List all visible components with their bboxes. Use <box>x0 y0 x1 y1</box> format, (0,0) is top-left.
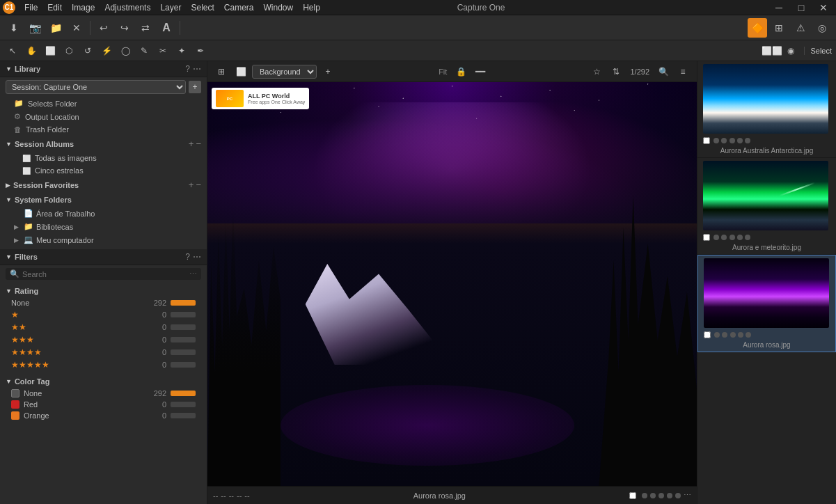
open-button[interactable]: 📁 <box>46 18 65 38</box>
add-variant-button[interactable]: + <box>320 63 336 80</box>
import-button[interactable]: ⬇ <box>4 18 24 38</box>
trash-folder-item[interactable]: 🗑 Trash Folder <box>0 123 207 136</box>
menu-adjustments[interactable]: Adjustments <box>100 0 155 15</box>
menu-file[interactable]: File <box>19 0 42 15</box>
viewer-dot-3[interactable] <box>658 493 664 498</box>
menu-layer[interactable]: Layer <box>155 0 186 15</box>
pan-tool[interactable]: ✋ <box>23 42 40 59</box>
alert-button[interactable]: ⚠ <box>791 18 810 38</box>
library-section-header[interactable]: Library ? ⋯ <box>0 61 207 77</box>
camera-button[interactable]: 📷 <box>25 18 45 38</box>
zoom-button[interactable]: ━━ <box>472 63 489 80</box>
thumb-dot[interactable] <box>745 138 750 143</box>
star-button[interactable]: ☆ <box>588 63 605 80</box>
thumb-dot[interactable] <box>745 235 750 240</box>
rating-5star-row[interactable]: ★★★★★ 0 <box>6 359 201 371</box>
viewer-next-button[interactable]: -- <box>244 491 249 500</box>
menu-edit[interactable]: Edit <box>42 0 67 15</box>
thumb-dot[interactable] <box>737 235 743 240</box>
bibliotecas-item[interactable]: ▶ 📁 Bibliotecas <box>0 220 207 233</box>
thumb-dot[interactable] <box>729 235 735 240</box>
rating-2star-row[interactable]: ★★ 0 <box>6 321 201 333</box>
close-button[interactable]: ✕ <box>814 0 833 17</box>
thumb-meteorito-checkbox[interactable] <box>703 234 710 241</box>
todas-imagens-item[interactable]: ⬜ Todas as imagens <box>0 152 207 164</box>
thumb-dot[interactable] <box>714 332 720 338</box>
thumb-aurora-meteorito[interactable]: Aurora e meteorito.jpg <box>697 158 836 255</box>
viewer-checkbox[interactable] <box>629 492 636 499</box>
rating-3star-row[interactable]: ★★★ 0 <box>6 333 201 346</box>
filters-more-icon[interactable]: ⋯ <box>193 252 201 262</box>
menu-image[interactable]: Image <box>67 0 100 15</box>
exposure-button[interactable]: 🔶 <box>748 18 767 38</box>
thumb-dot[interactable] <box>722 332 727 338</box>
view-button[interactable]: ◎ <box>812 18 832 38</box>
session-albums-add[interactable]: + <box>189 139 194 149</box>
thumb-dot[interactable] <box>737 138 743 143</box>
search-input[interactable] <box>22 270 187 278</box>
session-albums-remove[interactable]: − <box>196 139 201 149</box>
rating-header[interactable]: Rating <box>6 285 201 297</box>
eyedropper-tool[interactable]: ✒ <box>192 42 209 59</box>
crop-tool[interactable]: ⚡ <box>98 42 115 59</box>
viewer-dot-1[interactable] <box>642 493 647 498</box>
menu-select[interactable]: Select <box>186 0 219 15</box>
clone-tool[interactable]: ✂ <box>155 42 171 59</box>
system-folders-header[interactable]: System Folders <box>0 193 207 207</box>
area-trabalho-item[interactable]: 📄 Área de Trabalho <box>0 207 207 220</box>
search-more-icon[interactable]: ⋯ <box>189 269 197 278</box>
heal-tool[interactable]: ✦ <box>173 42 190 59</box>
cinco-estrelas-item[interactable]: ⬜ Cinco estrelas <box>0 164 207 177</box>
session-select-dropdown[interactable]: Session: Capture One <box>6 80 186 94</box>
library-help-icon[interactable]: ? <box>185 64 190 74</box>
thumb-rosa-checkbox[interactable] <box>704 331 711 338</box>
filter-view-button[interactable]: ≡ <box>675 63 691 80</box>
select-label[interactable]: Select <box>810 47 832 55</box>
thumb-dot[interactable] <box>721 138 727 143</box>
background-select[interactable]: Background <box>252 65 317 79</box>
menu-window[interactable]: Window <box>259 0 299 15</box>
menu-help[interactable]: Help <box>298 0 325 15</box>
brush-tool[interactable]: ✎ <box>136 42 152 59</box>
select-rect-tool[interactable]: ⬜ <box>42 42 58 59</box>
thumb-dot[interactable] <box>713 235 719 240</box>
thumb-dot[interactable] <box>729 138 735 143</box>
circle-tool[interactable]: ◯ <box>117 42 134 59</box>
sync-button[interactable]: ⇄ <box>136 18 155 38</box>
color-red-row[interactable]: Red 0 <box>6 399 201 410</box>
viewer-dot-4[interactable] <box>667 493 672 498</box>
maximize-button[interactable]: □ <box>791 0 811 17</box>
rotate-tool[interactable]: ↺ <box>79 42 96 59</box>
filters-section-header[interactable]: Filters ? ⋯ <box>0 249 207 265</box>
rating-1star-row[interactable]: ★ 0 <box>6 308 201 321</box>
rating-4star-row[interactable]: ★★★★ 0 <box>6 346 201 359</box>
close-file-button[interactable]: ✕ <box>67 18 86 38</box>
grid-view-button[interactable]: ⊞ <box>213 63 230 80</box>
session-favorites-remove[interactable]: − <box>196 180 201 190</box>
thumb-antarctica-checkbox[interactable] <box>703 137 710 144</box>
main-viewer[interactable]: PC ALL PC World Free apps One Click Away <box>207 82 697 486</box>
rating-none-row[interactable]: None 292 <box>6 297 201 308</box>
session-favorites-add[interactable]: + <box>189 180 194 190</box>
color-tag-header[interactable]: Color Tag <box>6 375 201 388</box>
adjust-button[interactable]: ⇅ <box>608 63 624 80</box>
thumb-dot[interactable] <box>738 332 743 338</box>
library-more-icon[interactable]: ⋯ <box>193 64 201 74</box>
thumb-dot[interactable] <box>713 138 719 143</box>
thumb-aurora-rosa[interactable]: Aurora rosa.jpg <box>697 255 836 352</box>
viewer-dot-5[interactable] <box>675 493 681 498</box>
compare-button[interactable]: ⬜⬜ <box>764 42 780 59</box>
text-button[interactable]: A <box>157 18 176 38</box>
minimize-button[interactable]: ─ <box>769 0 789 17</box>
session-favorites-header[interactable]: Session Favorites + − <box>0 177 207 193</box>
viewer-dot-2[interactable] <box>650 493 656 498</box>
cursor-tool[interactable]: ↖ <box>4 42 21 59</box>
thumb-dot[interactable] <box>730 332 736 338</box>
meu-computador-item[interactable]: ▶ 💻 Meu computador <box>0 233 207 246</box>
search-button[interactable]: 🔍 <box>655 63 672 80</box>
viewer-more-button[interactable]: ⋯ <box>684 491 691 500</box>
thumb-dot[interactable] <box>746 332 751 338</box>
thumb-aurora-antarctica[interactable]: Aurora Australis Antarctica.jpg <box>697 61 836 158</box>
session-albums-header[interactable]: Session Albums + − <box>0 136 207 152</box>
menu-camera[interactable]: Camera <box>219 0 259 15</box>
